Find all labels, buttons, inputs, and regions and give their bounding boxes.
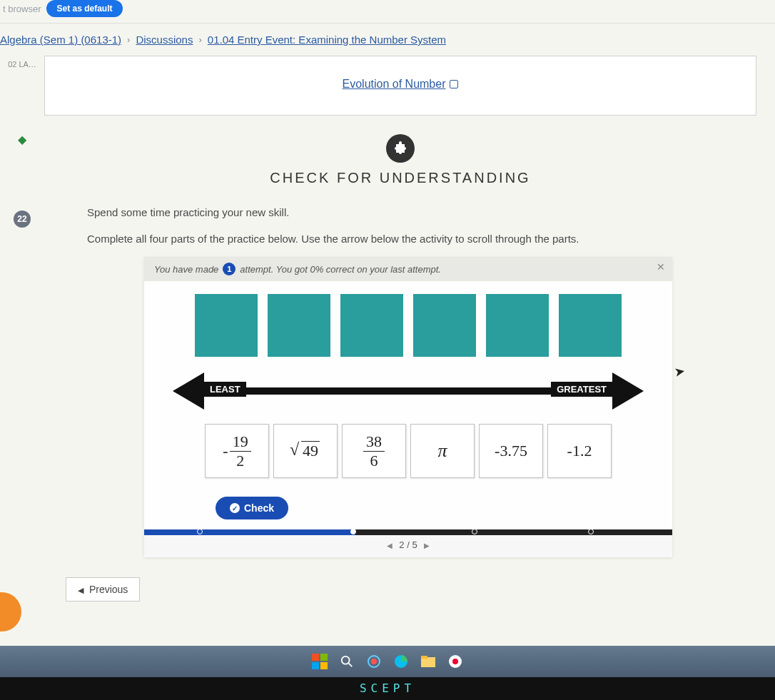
check-button[interactable]: ✓ Check bbox=[216, 497, 288, 519]
breadcrumb-course[interactable]: Algebra (Sem 1) (0613-1) bbox=[0, 34, 121, 46]
tile-sqrt-49[interactable]: 49 bbox=[273, 424, 338, 478]
tile-pi[interactable]: π bbox=[410, 424, 475, 478]
notification-badge[interactable]: 22 bbox=[14, 210, 31, 228]
check-label: Check bbox=[244, 502, 274, 514]
number-line-arrow: LEAST GREATEST ➤ bbox=[144, 372, 672, 420]
resource-link-label: Evolution of Number bbox=[343, 78, 446, 91]
check-icon: ✓ bbox=[230, 503, 240, 513]
drop-zone-row bbox=[144, 281, 672, 372]
tile-row: - 19 2 49 38 6 π -3.75 -1.2 bbox=[144, 420, 672, 492]
svg-point-3 bbox=[371, 659, 377, 664]
tile-denominator: 2 bbox=[236, 452, 244, 469]
attempt-bar: You have made 1 attempt. You got 0% corr… bbox=[144, 257, 672, 281]
svg-rect-6 bbox=[421, 656, 427, 659]
drop-slot-6[interactable] bbox=[559, 294, 622, 357]
breadcrumb: Algebra (Sem 1) (0613-1) › Discussions ›… bbox=[0, 23, 775, 56]
app-icon[interactable] bbox=[447, 653, 464, 670]
pager-label: 2 / 5 bbox=[399, 539, 417, 550]
windows-start-icon[interactable] bbox=[311, 653, 328, 670]
tile-neg-1-2[interactable]: -1.2 bbox=[547, 424, 612, 478]
sidebar-indicator-icon: ◆ bbox=[18, 133, 26, 146]
set-default-button[interactable]: Set as default bbox=[46, 0, 122, 17]
copilot-icon[interactable] bbox=[365, 653, 383, 670]
previous-label: Previous bbox=[89, 584, 128, 595]
external-link-icon bbox=[450, 80, 458, 88]
breadcrumb-sep: › bbox=[127, 34, 130, 45]
activity-progress[interactable] bbox=[144, 529, 672, 535]
least-label: LEAST bbox=[204, 382, 246, 397]
tile-38-over-6[interactable]: 38 6 bbox=[342, 424, 406, 478]
cursor-icon: ➤ bbox=[673, 363, 687, 380]
attempt-count: 1 bbox=[223, 263, 235, 275]
module-code: 02 LA… bbox=[8, 60, 36, 69]
resource-box: Evolution of Number bbox=[44, 56, 756, 116]
attempt-prefix: You have made bbox=[154, 264, 218, 275]
monitor-brand: SCEPT bbox=[0, 677, 775, 700]
close-icon[interactable]: ✕ bbox=[657, 261, 665, 273]
tile-neg-19-over-2[interactable]: - 19 2 bbox=[205, 424, 269, 478]
tile-radicand: 49 bbox=[301, 441, 320, 460]
drop-slot-1[interactable] bbox=[195, 294, 258, 357]
arrow-left-icon bbox=[173, 372, 204, 410]
search-icon[interactable] bbox=[338, 653, 355, 670]
instruction-2: Complete all four parts of the practice … bbox=[44, 231, 756, 248]
section-title: CHECK FOR UNDERSTANDING bbox=[44, 170, 756, 186]
puzzle-icon bbox=[386, 134, 415, 163]
svg-point-8 bbox=[452, 659, 458, 664]
tile-numerator: 38 bbox=[363, 434, 385, 452]
svg-line-1 bbox=[349, 664, 353, 667]
arrow-right-icon bbox=[612, 372, 644, 410]
drop-slot-5[interactable] bbox=[486, 294, 549, 357]
file-explorer-icon[interactable] bbox=[420, 653, 437, 670]
pager: ◀ 2 / 5 ▶ bbox=[144, 535, 672, 557]
chevron-left-icon: ◀ bbox=[78, 586, 83, 594]
pager-next-icon[interactable]: ▶ bbox=[420, 542, 434, 549]
attempt-suffix: attempt. You got 0% correct on your last… bbox=[240, 264, 441, 275]
tile-denominator: 6 bbox=[370, 452, 378, 469]
drop-slot-2[interactable] bbox=[268, 294, 330, 357]
tile-numerator: 19 bbox=[230, 434, 251, 452]
svg-point-0 bbox=[342, 656, 350, 664]
edge-icon[interactable] bbox=[392, 653, 410, 670]
taskbar bbox=[0, 646, 775, 677]
breadcrumb-sep: › bbox=[198, 34, 201, 45]
breadcrumb-page[interactable]: 01.04 Entry Event: Examining the Number … bbox=[208, 34, 446, 46]
drop-slot-4[interactable] bbox=[413, 294, 476, 357]
activity-frame: ✕ You have made 1 attempt. You got 0% co… bbox=[144, 257, 672, 557]
greatest-label: GREATEST bbox=[551, 382, 612, 397]
breadcrumb-section[interactable]: Discussions bbox=[136, 34, 193, 46]
previous-button[interactable]: ◀ Previous bbox=[66, 577, 140, 602]
resource-link[interactable]: Evolution of Number bbox=[343, 78, 459, 91]
browser-label: t browser bbox=[0, 4, 41, 14]
instruction-1: Spend some time practicing your new skil… bbox=[44, 205, 756, 221]
tile-neg-3-75[interactable]: -3.75 bbox=[479, 424, 543, 478]
pager-prev-icon[interactable]: ◀ bbox=[383, 542, 397, 549]
drop-slot-3[interactable] bbox=[340, 294, 403, 357]
svg-rect-5 bbox=[421, 657, 435, 667]
